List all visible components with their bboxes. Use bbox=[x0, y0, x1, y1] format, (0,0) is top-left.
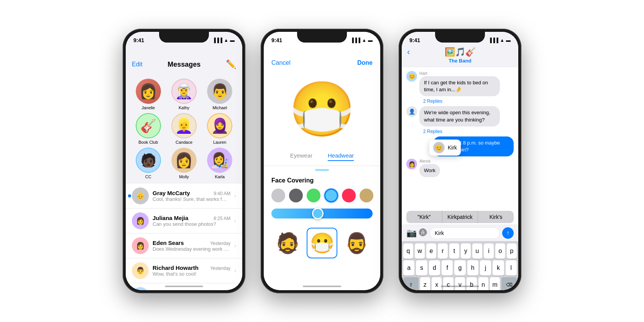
key-r[interactable]: r bbox=[438, 243, 448, 259]
msg-item-juliana[interactable]: 👩 Juliana Mejia 8:25 AM Can you send tho… bbox=[126, 209, 242, 233]
msg-item-richard[interactable]: 👨 Richard Howarth Yesterday Wow, that's … bbox=[126, 258, 242, 283]
pin-label-karla: Karla bbox=[215, 174, 225, 179]
send-button[interactable]: ↑ bbox=[502, 227, 514, 239]
pin-avatar-michael: 👨 bbox=[207, 79, 232, 104]
key-d[interactable]: d bbox=[429, 260, 440, 276]
compose-button[interactable]: ✏️ bbox=[226, 59, 236, 69]
variant-alt-mask[interactable]: 🧔‍♂️ bbox=[341, 228, 372, 258]
pin-avatar-molly: 👩 bbox=[171, 148, 197, 173]
key-o[interactable]: o bbox=[495, 243, 505, 259]
pin-item-janelle[interactable]: 👩 Janelle bbox=[132, 79, 164, 110]
key-l[interactable]: l bbox=[506, 260, 517, 276]
msg-content-juliana: Juliana Mejia 8:25 AM Can you send those… bbox=[153, 215, 230, 227]
key-j[interactable]: j bbox=[480, 260, 491, 276]
color-options bbox=[264, 189, 380, 209]
key-e[interactable]: e bbox=[426, 243, 436, 259]
pin-item-molly[interactable]: 👩 Molly bbox=[168, 148, 200, 179]
pin-item-karla[interactable]: 👩‍🎨 Karla bbox=[204, 148, 236, 179]
pin-item-candace[interactable]: 👱‍♀️ Candace bbox=[168, 113, 200, 145]
key-y[interactable]: y bbox=[461, 243, 471, 259]
autocomplete-kirks[interactable]: Kirk's bbox=[478, 211, 514, 223]
key-z[interactable]: z bbox=[420, 277, 430, 290]
memoji-face-area: 😷 bbox=[264, 71, 380, 148]
signal-icon-2: ▐▐▐ bbox=[351, 38, 361, 43]
slider-thumb[interactable] bbox=[312, 208, 324, 219]
pin-item-cc[interactable]: 🧑🏿 CC bbox=[132, 148, 164, 179]
key-u[interactable]: u bbox=[472, 243, 482, 259]
edit-button[interactable]: Edit bbox=[132, 61, 143, 68]
key-n[interactable]: n bbox=[478, 277, 488, 290]
replies-2[interactable]: 2 Replies bbox=[423, 129, 514, 134]
msg-item-eden[interactable]: 👩 Eden Sears Yesterday Does Wednesday ev… bbox=[126, 233, 242, 258]
variant-mask[interactable]: 😷 bbox=[307, 228, 337, 258]
battery-icon: ▬ bbox=[230, 38, 235, 43]
phone-memoji: 9:41 ▐▐▐ ▲ ▬ Cancel Done 😷 Eyewear Headw… bbox=[261, 29, 383, 293]
pin-item-bookclub[interactable]: 🎸 Book Club bbox=[132, 113, 164, 145]
key-delete[interactable]: ⌫ bbox=[501, 277, 517, 290]
back-button[interactable]: ‹ bbox=[407, 47, 410, 57]
alexis-msg-group: Alexis Work bbox=[419, 159, 440, 177]
status-icons-3: ▐▐▐ ▲ ▬ bbox=[489, 38, 511, 43]
autocomplete-kirkpatrick[interactable]: Kirkpatrick bbox=[442, 211, 478, 223]
replies-1[interactable]: 2 Replies bbox=[423, 99, 514, 104]
msg-item-gray[interactable]: 👴 Gray McCarty 9:40 AM Cool, thanks! Sur… bbox=[126, 184, 242, 209]
status-time-1: 9:41 bbox=[133, 37, 144, 43]
camera-icon[interactable]: 📷 bbox=[406, 228, 417, 238]
apps-icon[interactable]: 🅐 bbox=[419, 228, 427, 238]
key-w[interactable]: w bbox=[415, 243, 425, 259]
key-i[interactable]: i bbox=[484, 243, 494, 259]
key-q[interactable]: q bbox=[403, 243, 413, 259]
bubble-alexis: Work bbox=[419, 164, 440, 177]
cancel-button[interactable]: Cancel bbox=[271, 59, 291, 66]
color-blue[interactable] bbox=[324, 189, 338, 202]
done-button[interactable]: Done bbox=[357, 59, 373, 66]
key-x[interactable]: x bbox=[432, 277, 442, 290]
key-s[interactable]: s bbox=[416, 260, 427, 276]
pin-label-janelle: Janelle bbox=[141, 105, 155, 110]
status-icons-2: ▐▐▐ ▲ ▬ bbox=[351, 38, 373, 43]
key-c[interactable]: c bbox=[443, 277, 453, 290]
autocomplete-kirk-quoted[interactable]: "Kirk" bbox=[406, 211, 442, 223]
chat-av-hart: 😊 bbox=[406, 71, 417, 82]
key-shift[interactable]: ⇧ bbox=[403, 277, 419, 290]
notch-2 bbox=[297, 32, 347, 43]
hart-msg-group: Hart If I can get the kids to bed on tim… bbox=[419, 71, 500, 96]
key-p[interactable]: p bbox=[507, 243, 517, 259]
color-green[interactable] bbox=[307, 189, 320, 202]
msg-name-juliana: Juliana Mejia bbox=[153, 215, 188, 221]
autocomplete-bar: "Kirk" Kirkpatrick Kirk's bbox=[406, 211, 514, 223]
key-f[interactable]: f bbox=[442, 260, 453, 276]
messages-header: Edit Messages ✏️ bbox=[126, 46, 242, 76]
color-light-gray[interactable] bbox=[271, 189, 285, 202]
variant-no-mask[interactable]: 🧔 bbox=[272, 228, 303, 258]
msg-text-eden: Does Wednesday evening work for you? May… bbox=[153, 246, 229, 252]
slider-track[interactable] bbox=[271, 209, 373, 219]
pin-item-kathy[interactable]: 🧝‍♀️ Kathy bbox=[168, 79, 200, 110]
memoji-header: Cancel Done bbox=[264, 46, 380, 71]
tab-headwear[interactable]: Headwear bbox=[328, 152, 354, 161]
key-g[interactable]: g bbox=[454, 260, 465, 276]
pin-avatar-kathy: 🧝‍♀️ bbox=[171, 79, 197, 104]
key-m[interactable]: m bbox=[490, 277, 500, 290]
message-input[interactable]: Kirk bbox=[430, 227, 500, 239]
input-bar: 📷 🅐 Kirk ↑ bbox=[402, 225, 518, 241]
color-pink[interactable] bbox=[342, 189, 356, 202]
tab-eyewear[interactable]: Eyewear bbox=[290, 152, 312, 161]
pin-item-michael[interactable]: 👨 Michael bbox=[204, 79, 236, 110]
message-list: 👴 Gray McCarty 9:40 AM Cool, thanks! Sur… bbox=[126, 184, 242, 290]
key-b[interactable]: b bbox=[467, 277, 476, 290]
group-name[interactable]: The Band bbox=[408, 58, 512, 64]
key-k[interactable]: k bbox=[493, 260, 504, 276]
key-a[interactable]: a bbox=[403, 260, 414, 276]
color-tan[interactable] bbox=[360, 189, 373, 202]
key-h[interactable]: h bbox=[467, 260, 478, 276]
key-v[interactable]: v bbox=[455, 277, 465, 290]
wifi-icon-2: ▲ bbox=[362, 38, 366, 43]
home-indicator-1 bbox=[165, 286, 203, 287]
color-dark-gray[interactable] bbox=[289, 189, 303, 202]
pin-item-lauren[interactable]: 🧕 Lauren bbox=[204, 113, 236, 145]
kirk-suggestion-popup: 😊 Kirk bbox=[429, 140, 461, 156]
unread-indicator bbox=[128, 194, 131, 197]
signal-icon: ▐▐▐ bbox=[213, 38, 223, 43]
key-t[interactable]: t bbox=[449, 243, 459, 259]
